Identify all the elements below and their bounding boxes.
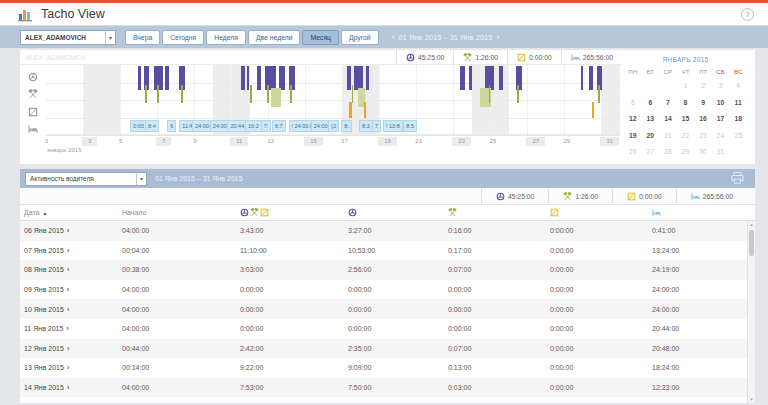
calendar-day[interactable]: 30 xyxy=(694,144,712,161)
calendar-day[interactable]: 17 xyxy=(712,111,730,128)
table-row[interactable]: 10 Янв 2015›04:00:000:00:000:00:000:00:0… xyxy=(20,299,755,319)
rest-chip: ! 13:8 xyxy=(383,120,403,132)
row-date[interactable]: 06 Янв 2015› xyxy=(24,227,122,234)
calendar-day[interactable]: 2 xyxy=(694,78,712,95)
rest-chip: 8:5 xyxy=(403,120,417,132)
next-range-button[interactable]: › xyxy=(496,33,499,42)
calendar-day[interactable]: 11 xyxy=(729,95,747,112)
table-row[interactable]: 14 Янв 2015›04:00:007:53:007:50:000:03:0… xyxy=(20,378,755,398)
calendar-day[interactable]: 13 xyxy=(642,111,660,128)
help-icon[interactable]: ? xyxy=(741,8,754,21)
driver-select[interactable]: ALEX_ADAMOVICH ▾ xyxy=(20,30,116,45)
table-row[interactable]: 09 Янв 2015›04:00:000:00:000:00:000:00:0… xyxy=(20,280,755,300)
column-header-total[interactable] xyxy=(240,208,348,217)
calendar-day[interactable]: 25 xyxy=(729,128,747,145)
calendar-day[interactable]: 10 xyxy=(712,95,730,112)
table-scrollbar[interactable]: ▲ ▼ xyxy=(747,221,755,403)
driving-bar xyxy=(581,66,583,90)
scroll-up-arrow[interactable]: ▲ xyxy=(748,222,755,227)
calendar-day[interactable]: 31 xyxy=(712,144,730,161)
scroll-down-arrow[interactable]: ▼ xyxy=(748,397,755,402)
column-header-work[interactable] xyxy=(448,208,550,217)
activity-timeline[interactable]: 0:008:4611:424:00:0024:00:0020:44:016:27… xyxy=(46,65,620,135)
table-row[interactable]: 15 Янв 2015›00:16:000:00:000:00:000:00:0… xyxy=(20,397,755,403)
row-date[interactable]: 08 Янв 2015› xyxy=(24,266,122,273)
range-button[interactable]: Сегодня xyxy=(162,30,204,45)
calendar-day[interactable]: 9 xyxy=(694,95,712,112)
range-button[interactable]: Две недели xyxy=(248,30,300,45)
row-date[interactable]: 07 Янв 2015› xyxy=(24,247,122,254)
calendar-day[interactable]: 19 xyxy=(624,128,642,145)
column-header-start[interactable]: Начало xyxy=(122,209,240,216)
calendar-day[interactable]: 5 xyxy=(624,95,642,112)
range-button[interactable]: Месяц xyxy=(302,30,339,45)
table-row[interactable]: 11 Янв 2015›04:00:000:00:000:00:000:00:0… xyxy=(20,319,755,339)
calendar-day[interactable]: 6 xyxy=(642,95,660,112)
calendar-day[interactable]: 24 xyxy=(712,128,730,145)
table-row[interactable]: 08 Янв 2015›00:38:003:03:002:56:000:07:0… xyxy=(20,260,755,280)
range-button[interactable]: Вчера xyxy=(125,30,160,45)
row-date[interactable]: 14 Янв 2015› xyxy=(24,384,122,391)
column-header-driving[interactable] xyxy=(348,208,448,217)
calendar-day[interactable]: 22 xyxy=(677,128,695,145)
calendar-day[interactable]: 20 xyxy=(642,128,660,145)
calendar-day[interactable]: 14 xyxy=(659,111,677,128)
column-header-date[interactable]: Дата▲ xyxy=(24,209,122,216)
calendar-grid: ПНВТСРЧТПТСБВС12345678910111213141516171… xyxy=(624,65,747,161)
table-row[interactable]: 07 Янв 2015›00:04:0011:10:0010:53:000:17… xyxy=(20,241,755,261)
row-driving-value: 0:00:00 xyxy=(348,286,448,293)
table-row[interactable]: 13 Янв 2015›00:14:009:22:009:09:000:13:0… xyxy=(20,358,755,378)
calendar-day[interactable]: 8 xyxy=(677,95,695,112)
row-expand-chevron-icon[interactable]: › xyxy=(67,364,69,371)
calendar-day[interactable]: 27 xyxy=(642,144,660,161)
table-row[interactable]: 06 Янв 2015›04:00:003:43:003:27:000:16:0… xyxy=(20,221,755,241)
row-date[interactable]: 13 Янв 2015› xyxy=(24,364,122,371)
print-icon[interactable] xyxy=(731,170,744,188)
row-date[interactable]: 12 Янв 2015› xyxy=(24,345,122,352)
row-rest-value: 20:44:00 xyxy=(652,325,755,332)
calendar-day[interactable]: 18 xyxy=(729,111,747,128)
row-date[interactable]: 10 Янв 2015› xyxy=(24,306,122,313)
calendar-day[interactable]: 29 xyxy=(677,144,695,161)
calendar-day[interactable]: 28 xyxy=(659,144,677,161)
axis-tick: 19 xyxy=(378,137,397,146)
calendar-day[interactable]: 16 xyxy=(694,111,712,128)
calendar-day[interactable]: 4 xyxy=(729,78,747,95)
calendar-day[interactable]: 3 xyxy=(712,78,730,95)
bar-chart-logo-icon xyxy=(18,7,34,22)
row-expand-chevron-icon[interactable]: › xyxy=(66,325,68,332)
row-date[interactable]: 09 Янв 2015› xyxy=(24,286,122,293)
calendar-day[interactable]: 23 xyxy=(694,128,712,145)
calendar-day[interactable]: 21 xyxy=(659,128,677,145)
row-work-value: 0:16:00 xyxy=(448,227,550,234)
row-total-value: 0:00:00 xyxy=(240,325,348,332)
row-expand-chevron-icon[interactable]: › xyxy=(67,384,69,391)
row-expand-chevron-icon[interactable]: › xyxy=(67,266,69,273)
row-expand-chevron-icon[interactable]: › xyxy=(67,306,69,313)
calendar-day[interactable]: 12 xyxy=(624,111,642,128)
report-type-select[interactable]: Активность водителя ▾ xyxy=(25,172,147,186)
row-total-value: 0:00:00 xyxy=(240,306,348,313)
calendar-day[interactable]: 7 xyxy=(659,95,677,112)
scrollbar-thumb[interactable] xyxy=(749,230,754,256)
range-button[interactable]: Неделя xyxy=(206,30,246,45)
range-button[interactable]: Другой xyxy=(341,30,379,45)
row-expand-chevron-icon[interactable]: › xyxy=(67,227,69,234)
calendar-day[interactable]: 1 xyxy=(677,78,695,95)
row-driving-value: 0:00:00 xyxy=(348,306,448,313)
prev-range-button[interactable]: ‹ xyxy=(392,33,395,42)
table-row[interactable]: 12 Янв 2015›00:44:002:42:002:35:000:07:0… xyxy=(20,339,755,359)
axis-tick: 23 xyxy=(452,137,471,146)
calendar-day[interactable]: 26 xyxy=(624,144,642,161)
bed-icon xyxy=(571,53,580,62)
row-expand-chevron-icon[interactable]: › xyxy=(67,286,69,293)
calendar-day[interactable]: 15 xyxy=(677,111,695,128)
row-expand-chevron-icon[interactable]: › xyxy=(67,345,69,352)
row-expand-chevron-icon[interactable]: › xyxy=(67,247,69,254)
row-date[interactable]: 11 Янв 2015› xyxy=(24,325,122,332)
column-header-availability[interactable] xyxy=(550,208,652,217)
grid-line xyxy=(46,83,620,84)
crossed-hammers-icon xyxy=(463,53,472,62)
column-header-rest[interactable] xyxy=(652,208,755,217)
availability-bar xyxy=(364,102,366,118)
